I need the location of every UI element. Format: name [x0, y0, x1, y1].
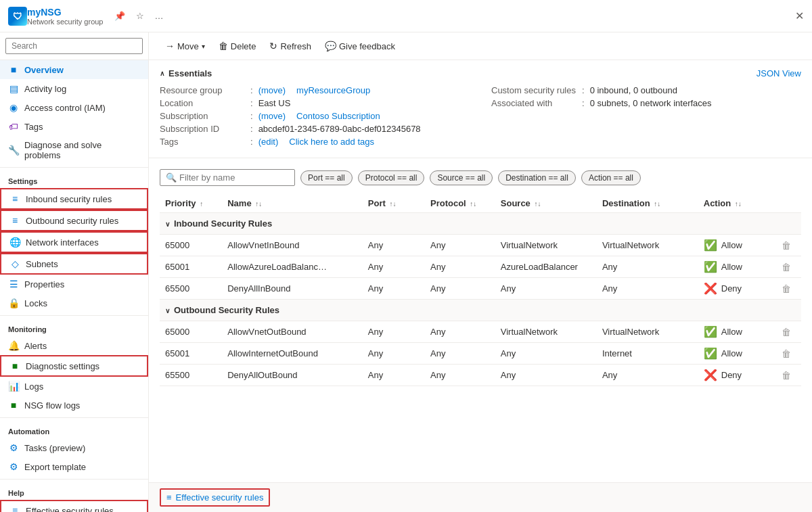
- row-delete-cell[interactable]: 🗑: [776, 235, 801, 256]
- settings-section-label: Settings: [0, 170, 148, 188]
- filter-by-name-input[interactable]: [179, 172, 289, 183]
- protocol-sort-icon: ↑↓: [470, 200, 476, 208]
- protocol-cell: Any: [425, 343, 495, 365]
- name-cell: AllowVnetInBound: [222, 235, 363, 256]
- location-row: Location : East US: [160, 98, 470, 108]
- source-cell: VirtualNetwork: [495, 235, 597, 256]
- feedback-button[interactable]: 💬 Give feedback: [319, 38, 401, 54]
- col-header-port[interactable]: Port ↑↓: [363, 194, 425, 213]
- row-delete-icon[interactable]: 🗑: [782, 370, 791, 381]
- allow-icon: ✅: [704, 347, 717, 360]
- title-bar-actions: 📌 ☆ …: [112, 9, 166, 22]
- col-header-protocol[interactable]: Protocol ↑↓: [425, 194, 495, 213]
- row-delete-cell[interactable]: 🗑: [776, 365, 801, 386]
- row-delete-icon[interactable]: 🗑: [782, 327, 791, 338]
- priority-cell: 65001: [160, 256, 222, 278]
- priority-cell: 65000: [160, 321, 222, 343]
- close-button[interactable]: ✕: [795, 9, 804, 22]
- table-header-row: Priority ↑ Name ↑↓ Port ↑↓: [160, 194, 801, 213]
- sidebar-item-export-template[interactable]: ⚙ Export template: [0, 457, 148, 476]
- sidebar-item-properties[interactable]: ☰ Properties: [0, 275, 148, 294]
- inbound-rules-icon: ≡: [9, 193, 20, 204]
- subscription-move-link[interactable]: (move): [258, 111, 286, 121]
- nsg-flow-logs-icon: ■: [8, 400, 19, 411]
- sidebar-item-diagnose[interactable]: 🔧 Diagnose and solve problems: [0, 136, 148, 164]
- resource-group-move-link[interactable]: (move): [258, 85, 286, 95]
- table-header: Priority ↑ Name ↑↓ Port ↑↓: [160, 194, 801, 213]
- sidebar-item-tasks[interactable]: ⚙ Tasks (preview): [0, 438, 148, 457]
- pin-button[interactable]: 📌: [112, 9, 128, 22]
- row-delete-icon[interactable]: 🗑: [782, 240, 791, 251]
- row-delete-cell[interactable]: 🗑: [776, 278, 801, 300]
- resource-group-value[interactable]: myResourceGroup: [296, 85, 370, 95]
- sidebar-item-effective-rules[interactable]: ≡ Effective security rules: [0, 500, 148, 512]
- move-button[interactable]: → Move ▾: [160, 38, 210, 54]
- inbound-chevron: ∨: [165, 220, 170, 228]
- tags-label: Tags: [160, 137, 248, 147]
- port-cell: Any: [363, 343, 425, 365]
- sidebar-item-diagnostic-settings[interactable]: ■ Diagnostic settings: [0, 355, 148, 377]
- col-header-action[interactable]: Action ↑↓: [698, 194, 776, 213]
- refresh-button[interactable]: ↻ Refresh: [264, 38, 317, 54]
- filter-chip-port[interactable]: Port == all: [300, 170, 353, 185]
- sidebar-item-nsg-flow-logs[interactable]: ■ NSG flow logs: [0, 396, 148, 415]
- tags-value[interactable]: Click here to add tags: [289, 137, 374, 147]
- destination-cell: Internet: [597, 343, 698, 365]
- rules-area: 🔍 Port == all Protocol == all Source == …: [149, 158, 812, 397]
- sidebar-label-outbound-rules: Outbound security rules: [26, 216, 118, 226]
- tags-edit-link[interactable]: (edit): [258, 137, 279, 147]
- table-row: 65001 AllowAzureLoadBalanc… Any Any Azur…: [160, 256, 801, 278]
- filter-chip-action[interactable]: Action == all: [581, 170, 641, 185]
- sidebar-item-inbound-rules[interactable]: ≡ Inbound security rules: [0, 188, 148, 210]
- sidebar-item-alerts[interactable]: 🔔 Alerts: [0, 336, 148, 355]
- sidebar-item-activity-log[interactable]: ▤ Activity log: [0, 79, 148, 98]
- resource-group-label: Resource group: [160, 85, 248, 95]
- effective-security-rules-bottom[interactable]: ≡ Effective security rules: [160, 488, 270, 507]
- sidebar-item-network-interfaces[interactable]: 🌐 Network interfaces: [0, 231, 148, 253]
- more-button[interactable]: …: [152, 9, 166, 22]
- filter-chip-source[interactable]: Source == all: [430, 170, 493, 185]
- sidebar: ■ Overview ▤ Activity log ◉ Access contr…: [0, 32, 149, 512]
- locks-icon: 🔒: [8, 298, 19, 308]
- row-delete-cell[interactable]: 🗑: [776, 321, 801, 343]
- row-delete-icon[interactable]: 🗑: [782, 262, 791, 273]
- subscription-id-value: abcdef01-2345-6789-0abc-def012345678: [258, 124, 421, 134]
- sidebar-item-tags[interactable]: 🏷 Tags: [0, 117, 148, 136]
- associated-with-row: Associated with : 0 subnets, 0 network i…: [491, 98, 801, 108]
- outbound-chevron: ∨: [165, 307, 170, 315]
- row-delete-cell[interactable]: 🗑: [776, 343, 801, 365]
- essentials-header: ∧ Essentials: [160, 68, 801, 78]
- filter-chip-protocol[interactable]: Protocol == all: [358, 170, 425, 185]
- sidebar-item-outbound-rules[interactable]: ≡ Outbound security rules: [0, 210, 148, 231]
- json-view-link[interactable]: JSON View: [757, 68, 801, 78]
- protocol-cell: Any: [425, 365, 495, 386]
- col-header-source[interactable]: Source ↑↓: [495, 194, 597, 213]
- app-icon: 🛡: [8, 7, 27, 26]
- port-cell: Any: [363, 365, 425, 386]
- export-template-icon: ⚙: [8, 461, 19, 472]
- row-delete-icon[interactable]: 🗑: [782, 348, 791, 359]
- col-header-name[interactable]: Name ↑↓: [222, 194, 363, 213]
- subscription-row: Subscription : (move) Contoso Subscripti…: [160, 111, 470, 121]
- sidebar-item-logs[interactable]: 📊 Logs: [0, 377, 148, 396]
- row-delete-cell[interactable]: 🗑: [776, 256, 801, 278]
- col-header-destination[interactable]: Destination ↑↓: [597, 194, 698, 213]
- subscription-value[interactable]: Contoso Subscription: [296, 111, 380, 121]
- sidebar-item-subnets[interactable]: ◇ Subnets: [0, 253, 148, 275]
- col-header-priority[interactable]: Priority ↑: [160, 194, 222, 213]
- table-row: 65500 DenyAllOutBound Any Any Any Any ❌D…: [160, 365, 801, 386]
- rules-table: Priority ↑ Name ↑↓ Port ↑↓: [160, 194, 801, 386]
- properties-icon: ☰: [8, 279, 19, 289]
- delete-button[interactable]: 🗑 Delete: [213, 38, 262, 54]
- custom-security-rules-row: Custom security rules : 0 inbound, 0 out…: [491, 85, 801, 95]
- sidebar-item-overview[interactable]: ■ Overview: [0, 60, 148, 79]
- row-delete-icon[interactable]: 🗑: [782, 283, 791, 294]
- sidebar-item-locks[interactable]: 🔒 Locks: [0, 294, 148, 312]
- port-sort-icon: ↑↓: [389, 200, 396, 208]
- sidebar-item-access-control[interactable]: ◉ Access control (IAM): [0, 98, 148, 117]
- effective-rules-icon: ≡: [9, 505, 20, 512]
- filter-chip-destination[interactable]: Destination == all: [498, 170, 576, 185]
- search-input[interactable]: [5, 38, 143, 54]
- star-button[interactable]: ☆: [133, 9, 147, 22]
- subscription-id-row: Subscription ID : abcdef01-2345-6789-0ab…: [160, 124, 470, 134]
